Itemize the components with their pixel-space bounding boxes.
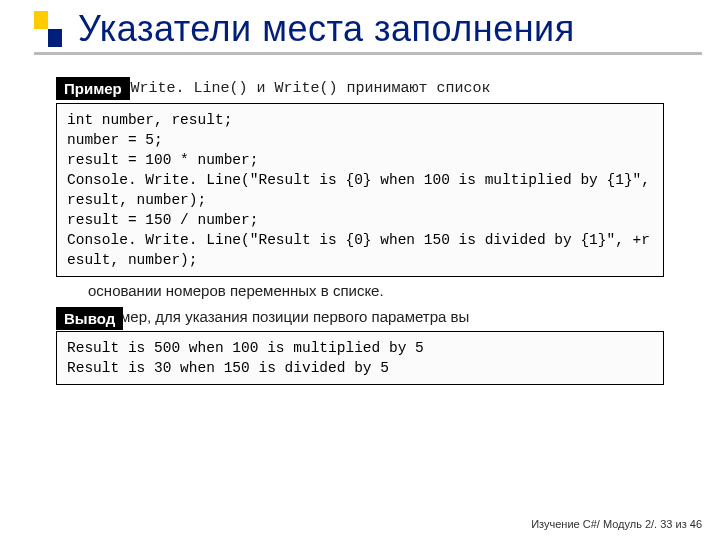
slide-title: Указатели места заполнения <box>78 8 575 50</box>
background-text-mid: основании номеров переменных в списке. <box>88 281 692 301</box>
code-line: Console. Write. Line("Result is {0} when… <box>67 172 659 208</box>
code-line: result = 100 * number; <box>67 152 258 168</box>
code-line: int number, result; <box>67 112 232 128</box>
background-text-vyvod: Например, для указания позиции первого п… <box>58 307 692 327</box>
code-line: result = 150 / number; <box>67 212 258 228</box>
output-label: Вывод <box>56 307 123 330</box>
output-line: Result is 500 when 100 is multiplied by … <box>67 340 424 356</box>
title-underline <box>34 52 702 55</box>
background-text-line1: Примеры Write. Line() и Write() принимаю… <box>58 77 692 99</box>
example-label: Пример <box>56 77 130 100</box>
slide-footer: Изучение C#/ Модуль 2/. 33 из 46 <box>531 518 702 530</box>
code-example-box: int number, result; number = 5; result =… <box>56 103 664 277</box>
slide-logo <box>34 11 62 47</box>
code-line: number = 5; <box>67 132 163 148</box>
code-line: Console. Write. Line("Result is {0} when… <box>67 232 650 268</box>
output-box: Result is 500 when 100 is multiplied by … <box>56 331 664 385</box>
output-line: Result is 30 when 150 is divided by 5 <box>67 360 389 376</box>
